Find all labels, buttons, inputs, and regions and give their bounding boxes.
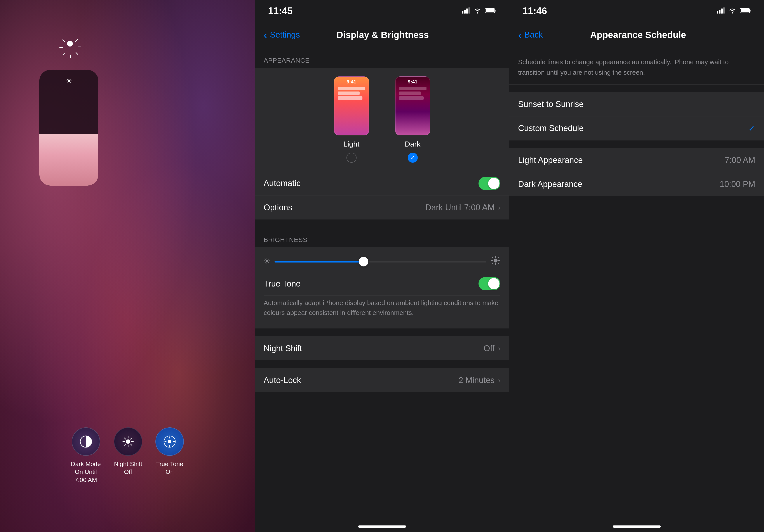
schedule-chevron-left: ‹: [518, 29, 522, 41]
light-appearance-label: Light Appearance: [518, 156, 725, 165]
section-divider-1: [255, 219, 509, 227]
light-radio[interactable]: [346, 153, 356, 163]
slider-fill: [39, 134, 98, 186]
signal-icon: [462, 7, 470, 15]
brightness-track[interactable]: [275, 261, 486, 262]
dark-appearance-option[interactable]: 9:41 Dark ✓: [395, 76, 430, 163]
light-appearance-option[interactable]: 9:41 Light: [334, 76, 369, 163]
schedule-status-time: 11:46: [522, 5, 547, 16]
schedule-nav-bar: ‹ Back Appearance Schedule: [509, 22, 764, 48]
svg-rect-16: [462, 11, 464, 14]
svg-line-28: [265, 259, 266, 259]
options-row[interactable]: Options Dark Until 7:00 AM ›: [255, 196, 509, 219]
appearance-schedule-panel: 11:46: [509, 0, 764, 532]
chevron-left-icon: ‹: [264, 29, 267, 41]
dark-phone-time: 9:41: [396, 79, 430, 85]
brightness-thumb[interactable]: [359, 257, 368, 266]
dark-label: Dark: [405, 140, 421, 148]
night-shift-button-group[interactable]: Night Shift Off: [114, 427, 142, 484]
dark-appearance-row[interactable]: Dark Appearance 10:00 PM: [509, 172, 764, 196]
custom-schedule-option[interactable]: Custom Schedule ✓: [509, 116, 764, 140]
svg-rect-21: [495, 10, 496, 12]
dark-mode-label: Dark Mode On Until 7:00 AM: [71, 460, 101, 484]
brightness-max-icon: [491, 256, 500, 267]
auto-lock-label: Auto-Lock: [264, 376, 459, 385]
svg-line-6: [124, 438, 126, 439]
schedule-options-group: Sunset to Sunrise Custom Schedule ✓: [509, 92, 764, 140]
nav-bar: ‹ Settings Display & Brightness: [255, 22, 509, 48]
options-value: Dark Until 7:00 AM: [425, 203, 495, 212]
svg-line-9: [124, 444, 126, 445]
sunset-to-sunrise-option[interactable]: Sunset to Sunrise: [509, 92, 764, 116]
appearance-selector[interactable]: 9:41 Light 9:41: [255, 68, 509, 172]
wifi-icon: [473, 7, 481, 15]
schedule-home-indicator: [613, 525, 661, 528]
toggle-thumb: [488, 178, 499, 189]
dark-checkmark: ✓: [411, 155, 415, 161]
true-tone-description: Automatically adapt iPhone display based…: [264, 296, 500, 322]
auto-lock-group: Auto-Lock 2 Minutes ›: [255, 368, 509, 392]
svg-rect-46: [750, 10, 751, 12]
brightness-slider-row[interactable]: [264, 254, 500, 270]
true-tone-thumb: [488, 278, 499, 289]
true-tone-button[interactable]: [155, 427, 184, 456]
automatic-toggle[interactable]: [478, 177, 500, 190]
true-tone-row[interactable]: True Tone: [264, 272, 500, 296]
true-tone-toggle[interactable]: [478, 277, 500, 290]
back-label: Settings: [270, 30, 300, 40]
schedule-back-label: Back: [524, 30, 543, 40]
appearance-header: APPEARANCE: [255, 48, 509, 68]
light-phone-bars: [338, 87, 365, 100]
brightness-fill: [275, 261, 363, 262]
schedule-divider-2: [509, 140, 764, 148]
automatic-row[interactable]: Automatic: [255, 172, 509, 196]
auto-lock-row[interactable]: Auto-Lock 2 Minutes ›: [255, 368, 509, 392]
svg-rect-42: [719, 10, 720, 14]
schedule-status-icons: [717, 7, 751, 15]
schedule-battery-icon: [740, 7, 751, 15]
appearance-group: 9:41 Light 9:41: [255, 68, 509, 219]
svg-line-7: [130, 444, 132, 445]
night-shift-label: Night Shift: [264, 344, 483, 353]
schedule-wifi-icon: [728, 7, 736, 15]
night-shift-row[interactable]: Night Shift Off ›: [255, 336, 509, 360]
brightness-header: BRIGHTNESS: [255, 227, 509, 247]
light-appearance-row[interactable]: Light Appearance 7:00 AM: [509, 148, 764, 172]
sunset-to-sunrise-label: Sunset to Sunrise: [518, 100, 755, 109]
dark-mode-button[interactable]: [72, 427, 100, 456]
schedule-divider-1: [509, 84, 764, 92]
night-shift-value: Off: [483, 344, 494, 353]
light-label: Light: [343, 140, 360, 148]
night-shift-button[interactable]: [114, 427, 142, 456]
page-title: Display & Brightness: [300, 30, 466, 40]
night-shift-label: Night Shift Off: [114, 460, 142, 476]
true-tone-label: True Tone On: [156, 460, 183, 476]
light-phone-time: 9:41: [334, 79, 369, 85]
schedule-times-group: Light Appearance 7:00 AM Dark Appearance…: [509, 148, 764, 196]
battery-icon: [485, 7, 496, 15]
schedule-signal-icon: [717, 7, 725, 15]
section-divider-2: [255, 329, 509, 336]
dark-appearance-value: 10:00 PM: [720, 180, 755, 189]
true-tone-button-group[interactable]: True Tone On: [155, 427, 184, 484]
schedule-page-title: Appearance Schedule: [543, 30, 733, 40]
dark-mode-button-group[interactable]: Dark Mode On Until 7:00 AM: [71, 427, 101, 484]
schedule-back-button[interactable]: ‹ Back: [518, 29, 543, 41]
automatic-label: Automatic: [264, 179, 478, 188]
dark-phone-mockup: 9:41: [395, 76, 430, 135]
custom-schedule-label: Custom Schedule: [518, 124, 748, 133]
night-shift-icon: [121, 435, 135, 448]
dark-radio[interactable]: ✓: [408, 153, 418, 163]
auto-lock-value: 2 Minutes: [459, 376, 495, 385]
svg-line-40: [492, 263, 493, 264]
light-appearance-value: 7:00 AM: [725, 156, 755, 165]
back-button[interactable]: ‹ Settings: [264, 29, 300, 41]
svg-rect-44: [723, 7, 725, 14]
brightness-slider[interactable]: ☀: [39, 70, 98, 186]
schedule-description: Schedule times to change appearance auto…: [509, 48, 764, 84]
svg-rect-19: [469, 7, 470, 14]
svg-line-39: [498, 257, 499, 258]
svg-rect-43: [721, 9, 723, 14]
options-label: Options: [264, 203, 425, 212]
svg-rect-18: [466, 9, 468, 14]
